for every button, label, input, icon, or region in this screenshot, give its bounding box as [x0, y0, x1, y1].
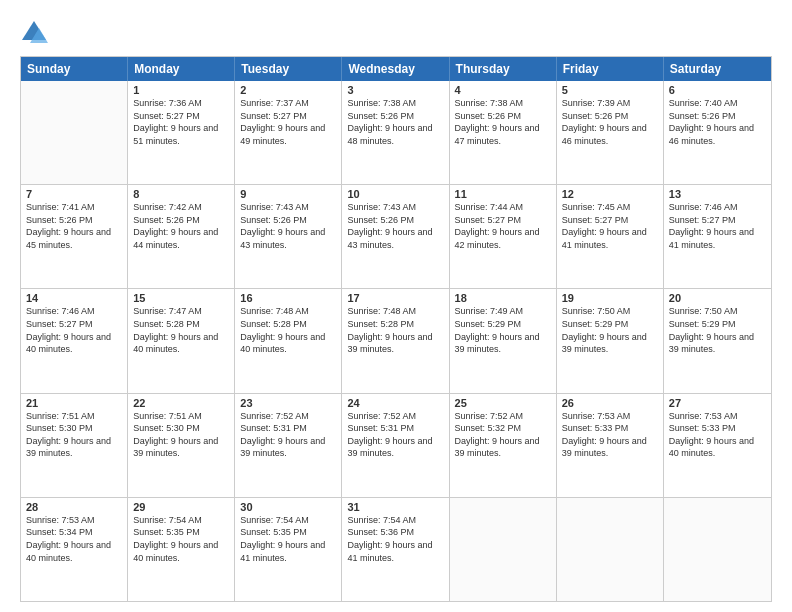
sunset-label: Sunset: 5:27 PM: [562, 215, 629, 225]
cell-info: Sunrise: 7:43 AM Sunset: 5:26 PM Dayligh…: [240, 201, 336, 251]
sunset-label: Sunset: 5:26 PM: [669, 111, 736, 121]
sunrise-label: Sunrise: 7:48 AM: [240, 306, 309, 316]
sunrise-label: Sunrise: 7:53 AM: [669, 411, 738, 421]
cell-info: Sunrise: 7:51 AM Sunset: 5:30 PM Dayligh…: [26, 410, 122, 460]
cell-info: Sunrise: 7:38 AM Sunset: 5:26 PM Dayligh…: [347, 97, 443, 147]
cell-info: Sunrise: 7:50 AM Sunset: 5:29 PM Dayligh…: [562, 305, 658, 355]
sunrise-label: Sunrise: 7:53 AM: [562, 411, 631, 421]
cell-info: Sunrise: 7:48 AM Sunset: 5:28 PM Dayligh…: [347, 305, 443, 355]
cell-info: Sunrise: 7:46 AM Sunset: 5:27 PM Dayligh…: [669, 201, 766, 251]
day-number: 31: [347, 501, 443, 513]
day-number: 19: [562, 292, 658, 304]
sunset-label: Sunset: 5:26 PM: [347, 111, 414, 121]
daylight-label: Daylight: 9 hours and 40 minutes.: [26, 332, 111, 355]
daylight-label: Daylight: 9 hours and 47 minutes.: [455, 123, 540, 146]
sunrise-label: Sunrise: 7:44 AM: [455, 202, 524, 212]
day-cell-19: 19 Sunrise: 7:50 AM Sunset: 5:29 PM Dayl…: [557, 289, 664, 392]
day-number: 26: [562, 397, 658, 409]
empty-cell: [21, 81, 128, 184]
sunset-label: Sunset: 5:32 PM: [455, 423, 522, 433]
daylight-label: Daylight: 9 hours and 39 minutes.: [133, 436, 218, 459]
day-cell-8: 8 Sunrise: 7:42 AM Sunset: 5:26 PM Dayli…: [128, 185, 235, 288]
day-cell-16: 16 Sunrise: 7:48 AM Sunset: 5:28 PM Dayl…: [235, 289, 342, 392]
cell-info: Sunrise: 7:54 AM Sunset: 5:35 PM Dayligh…: [240, 514, 336, 564]
calendar-body: 1 Sunrise: 7:36 AM Sunset: 5:27 PM Dayli…: [21, 81, 771, 601]
daylight-label: Daylight: 9 hours and 39 minutes.: [455, 436, 540, 459]
cell-info: Sunrise: 7:48 AM Sunset: 5:28 PM Dayligh…: [240, 305, 336, 355]
cell-info: Sunrise: 7:53 AM Sunset: 5:33 PM Dayligh…: [669, 410, 766, 460]
sunset-label: Sunset: 5:27 PM: [133, 111, 200, 121]
cell-info: Sunrise: 7:54 AM Sunset: 5:36 PM Dayligh…: [347, 514, 443, 564]
day-number: 23: [240, 397, 336, 409]
daylight-label: Daylight: 9 hours and 39 minutes.: [455, 332, 540, 355]
sunrise-label: Sunrise: 7:45 AM: [562, 202, 631, 212]
sunset-label: Sunset: 5:27 PM: [240, 111, 307, 121]
day-number: 20: [669, 292, 766, 304]
day-cell-24: 24 Sunrise: 7:52 AM Sunset: 5:31 PM Dayl…: [342, 394, 449, 497]
sunset-label: Sunset: 5:27 PM: [26, 319, 93, 329]
sunset-label: Sunset: 5:36 PM: [347, 527, 414, 537]
sunrise-label: Sunrise: 7:39 AM: [562, 98, 631, 108]
day-number: 3: [347, 84, 443, 96]
day-cell-3: 3 Sunrise: 7:38 AM Sunset: 5:26 PM Dayli…: [342, 81, 449, 184]
sunrise-label: Sunrise: 7:43 AM: [240, 202, 309, 212]
day-cell-25: 25 Sunrise: 7:52 AM Sunset: 5:32 PM Dayl…: [450, 394, 557, 497]
day-cell-22: 22 Sunrise: 7:51 AM Sunset: 5:30 PM Dayl…: [128, 394, 235, 497]
daylight-label: Daylight: 9 hours and 40 minutes.: [669, 436, 754, 459]
cell-info: Sunrise: 7:50 AM Sunset: 5:29 PM Dayligh…: [669, 305, 766, 355]
day-cell-21: 21 Sunrise: 7:51 AM Sunset: 5:30 PM Dayl…: [21, 394, 128, 497]
day-number: 18: [455, 292, 551, 304]
day-cell-31: 31 Sunrise: 7:54 AM Sunset: 5:36 PM Dayl…: [342, 498, 449, 601]
cell-info: Sunrise: 7:40 AM Sunset: 5:26 PM Dayligh…: [669, 97, 766, 147]
header-cell-sunday: Sunday: [21, 57, 128, 81]
day-number: 9: [240, 188, 336, 200]
cell-info: Sunrise: 7:44 AM Sunset: 5:27 PM Dayligh…: [455, 201, 551, 251]
sunrise-label: Sunrise: 7:43 AM: [347, 202, 416, 212]
day-cell-27: 27 Sunrise: 7:53 AM Sunset: 5:33 PM Dayl…: [664, 394, 771, 497]
calendar-week-1: 1 Sunrise: 7:36 AM Sunset: 5:27 PM Dayli…: [21, 81, 771, 184]
cell-info: Sunrise: 7:52 AM Sunset: 5:31 PM Dayligh…: [347, 410, 443, 460]
day-number: 28: [26, 501, 122, 513]
day-cell-5: 5 Sunrise: 7:39 AM Sunset: 5:26 PM Dayli…: [557, 81, 664, 184]
day-cell-11: 11 Sunrise: 7:44 AM Sunset: 5:27 PM Dayl…: [450, 185, 557, 288]
sunrise-label: Sunrise: 7:52 AM: [455, 411, 524, 421]
sunrise-label: Sunrise: 7:40 AM: [669, 98, 738, 108]
day-cell-13: 13 Sunrise: 7:46 AM Sunset: 5:27 PM Dayl…: [664, 185, 771, 288]
sunrise-label: Sunrise: 7:54 AM: [133, 515, 202, 525]
day-cell-12: 12 Sunrise: 7:45 AM Sunset: 5:27 PM Dayl…: [557, 185, 664, 288]
cell-info: Sunrise: 7:38 AM Sunset: 5:26 PM Dayligh…: [455, 97, 551, 147]
daylight-label: Daylight: 9 hours and 51 minutes.: [133, 123, 218, 146]
sunset-label: Sunset: 5:29 PM: [455, 319, 522, 329]
logo-icon: [20, 18, 48, 46]
sunset-label: Sunset: 5:33 PM: [669, 423, 736, 433]
day-cell-29: 29 Sunrise: 7:54 AM Sunset: 5:35 PM Dayl…: [128, 498, 235, 601]
logo: [20, 18, 50, 46]
page: SundayMondayTuesdayWednesdayThursdayFrid…: [0, 0, 792, 612]
day-cell-30: 30 Sunrise: 7:54 AM Sunset: 5:35 PM Dayl…: [235, 498, 342, 601]
day-number: 21: [26, 397, 122, 409]
sunrise-label: Sunrise: 7:38 AM: [347, 98, 416, 108]
day-cell-28: 28 Sunrise: 7:53 AM Sunset: 5:34 PM Dayl…: [21, 498, 128, 601]
daylight-label: Daylight: 9 hours and 40 minutes.: [133, 540, 218, 563]
day-number: 5: [562, 84, 658, 96]
sunrise-label: Sunrise: 7:50 AM: [562, 306, 631, 316]
sunrise-label: Sunrise: 7:50 AM: [669, 306, 738, 316]
sunrise-label: Sunrise: 7:51 AM: [26, 411, 95, 421]
day-number: 2: [240, 84, 336, 96]
day-number: 10: [347, 188, 443, 200]
daylight-label: Daylight: 9 hours and 41 minutes.: [240, 540, 325, 563]
day-number: 14: [26, 292, 122, 304]
sunset-label: Sunset: 5:26 PM: [562, 111, 629, 121]
daylight-label: Daylight: 9 hours and 41 minutes.: [562, 227, 647, 250]
day-number: 16: [240, 292, 336, 304]
cell-info: Sunrise: 7:49 AM Sunset: 5:29 PM Dayligh…: [455, 305, 551, 355]
sunrise-label: Sunrise: 7:36 AM: [133, 98, 202, 108]
sunset-label: Sunset: 5:26 PM: [347, 215, 414, 225]
cell-info: Sunrise: 7:46 AM Sunset: 5:27 PM Dayligh…: [26, 305, 122, 355]
sunrise-label: Sunrise: 7:49 AM: [455, 306, 524, 316]
day-number: 24: [347, 397, 443, 409]
header-cell-tuesday: Tuesday: [235, 57, 342, 81]
cell-info: Sunrise: 7:53 AM Sunset: 5:34 PM Dayligh…: [26, 514, 122, 564]
daylight-label: Daylight: 9 hours and 39 minutes.: [26, 436, 111, 459]
day-number: 27: [669, 397, 766, 409]
